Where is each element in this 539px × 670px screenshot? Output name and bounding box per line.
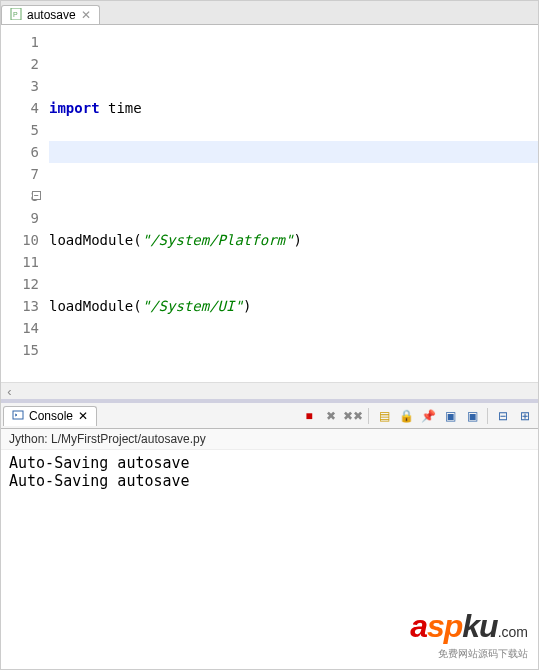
scroll-lock-icon[interactable]: 🔒	[397, 407, 415, 425]
line-number: 1	[3, 31, 39, 53]
line-number: 6	[3, 141, 39, 163]
console-icon	[12, 409, 24, 424]
line-number: 2	[3, 53, 39, 75]
minimize-icon[interactable]: ⊟	[494, 407, 512, 425]
clear-console-icon[interactable]: ▤	[375, 407, 393, 425]
console-panel: Console ✕ ■ ✖ ✖✖ ▤ 🔒 📌 ▣ ▣ ⊟ ⊞ Jython: L…	[1, 399, 538, 669]
line-number: 9	[3, 207, 39, 229]
pin-console-icon[interactable]: 📌	[419, 407, 437, 425]
code-area[interactable]: import time loadModule("/System/Platform…	[45, 25, 538, 382]
open-console-icon[interactable]: ▣	[463, 407, 481, 425]
line-number: 11	[3, 251, 39, 273]
console-description: Jython: L/MyFirstProject/autosave.py	[1, 429, 538, 450]
console-tab[interactable]: Console ✕	[3, 406, 97, 426]
editor-tab-bar: P autosave ✕	[1, 1, 538, 25]
remove-launch-icon[interactable]: ✖	[322, 407, 340, 425]
line-number: 15	[3, 339, 39, 361]
close-console-icon[interactable]: ✕	[78, 409, 88, 423]
line-number: 4	[3, 97, 39, 119]
python-file-icon: P	[10, 8, 22, 22]
editor-tab-autosave[interactable]: P autosave ✕	[1, 5, 100, 24]
fold-marker-icon[interactable]: −	[32, 191, 41, 200]
svg-text:P: P	[13, 11, 18, 18]
current-line-highlight	[49, 141, 538, 163]
line-number-gutter: 1 2 3 4 5 6 7 8− 9 10 11 12 13 14 15	[1, 25, 45, 382]
maximize-icon[interactable]: ⊞	[516, 407, 534, 425]
console-tab-label: Console	[29, 409, 73, 423]
console-output[interactable]: Auto-Saving autosave Auto-Saving autosav…	[1, 450, 538, 669]
remove-all-icon[interactable]: ✖✖	[344, 407, 362, 425]
line-number: 3	[3, 75, 39, 97]
line-number: 8−	[3, 185, 39, 207]
code-editor[interactable]: 1 2 3 4 5 6 7 8− 9 10 11 12 13 14 15 imp…	[1, 25, 538, 382]
display-selected-icon[interactable]: ▣	[441, 407, 459, 425]
close-tab-icon[interactable]: ✕	[81, 8, 91, 22]
line-number: 5	[3, 119, 39, 141]
line-number: 14	[3, 317, 39, 339]
line-number: 7	[3, 163, 39, 185]
scroll-left-icon[interactable]: ‹	[1, 384, 18, 399]
line-number: 13	[3, 295, 39, 317]
line-number: 10	[3, 229, 39, 251]
line-number: 12	[3, 273, 39, 295]
console-toolbar: ■ ✖ ✖✖ ▤ 🔒 📌 ▣ ▣ ⊟ ⊞	[300, 407, 538, 425]
console-tab-bar: Console ✕ ■ ✖ ✖✖ ▤ 🔒 📌 ▣ ▣ ⊟ ⊞	[1, 403, 538, 429]
terminate-icon[interactable]: ■	[300, 407, 318, 425]
horizontal-scrollbar[interactable]: ‹	[1, 382, 538, 399]
editor-tab-label: autosave	[27, 8, 76, 22]
